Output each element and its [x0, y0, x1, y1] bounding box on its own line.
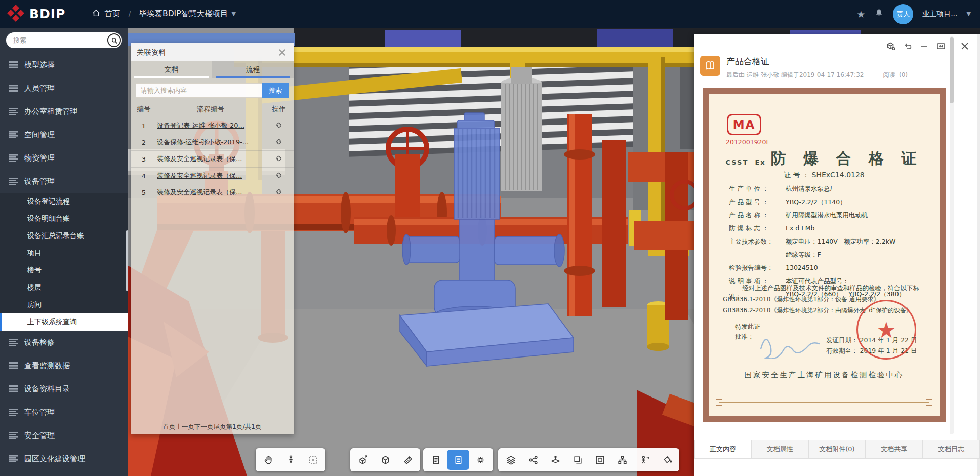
pan-hand-button[interactable]	[257, 450, 279, 470]
sidebar-item-park-culture[interactable]: 园区文化建设管理	[0, 447, 128, 470]
sidebar-item-office-lease[interactable]: 办公室租赁管理	[0, 100, 128, 123]
share-nodes-icon	[528, 455, 539, 465]
cube-explode-button[interactable]	[352, 450, 374, 470]
panel-close-button[interactable]	[276, 47, 288, 58]
submenu-item-room[interactable]: 房间	[0, 296, 128, 313]
sidebar-search-input[interactable]	[13, 36, 104, 44]
sidebar-item-materials[interactable]: 物资管理	[0, 146, 128, 170]
document-scrollbar-thumb[interactable]	[950, 37, 954, 103]
copy-duplicate-button[interactable]	[566, 450, 589, 470]
avatar[interactable]: 责人	[893, 4, 913, 24]
sidebar-scrollbar[interactable]	[126, 230, 128, 291]
star-icon[interactable]: ★	[856, 9, 865, 20]
submenu-item-project[interactable]: 项目	[0, 245, 128, 262]
tab-documents[interactable]: 文档	[131, 61, 212, 78]
fit-width-icon	[936, 41, 946, 51]
link-icon[interactable]	[275, 171, 283, 179]
settings-gear-button[interactable]	[469, 450, 492, 470]
submenu-item-floor[interactable]: 楼层	[0, 279, 128, 296]
link-icon[interactable]	[275, 154, 283, 163]
tab-doc-content[interactable]: 正文内容	[694, 440, 752, 458]
doc-panel-button[interactable]	[447, 450, 469, 470]
sidebar-item-monitor-data[interactable]: 查看监测数据	[0, 354, 128, 377]
certificate-org: 国家安全生产上海矿用设备检测检验中心	[709, 370, 940, 380]
table-row: 1 设备登记表-运维-张小敬-20...	[131, 117, 294, 134]
model-locate-button[interactable]	[885, 41, 896, 52]
share-nodes-button[interactable]	[522, 450, 544, 470]
chevron-down-icon: ▼	[232, 11, 236, 17]
page-prev[interactable]: 上一页	[175, 423, 194, 430]
box-select-button[interactable]	[302, 450, 324, 470]
table-row: 4 装修及安全巡视记录表（保...	[131, 168, 294, 184]
panel-search-button[interactable]: 搜索	[262, 83, 289, 98]
table-header: 编号 流程编号 操作	[131, 101, 294, 117]
page-info: 第1页/共1页	[226, 423, 261, 430]
person-nav-button[interactable]	[633, 450, 656, 470]
measure-ruler-button[interactable]	[396, 450, 419, 470]
table-row: 5 装修及安全巡视记录表（保...	[131, 184, 294, 201]
submenu-item-building[interactable]: 楼号	[0, 262, 128, 279]
breadcrumb-separator: /	[128, 10, 131, 19]
sidebar-item-parking[interactable]: 车位管理	[0, 401, 128, 424]
submenu-item-system-hierarchy-query[interactable]: 上下级系统查询	[0, 313, 128, 331]
submenu-item-equip-detail-ledger[interactable]: 设备明细台账	[0, 210, 128, 227]
walk-person-button[interactable]	[279, 450, 302, 470]
search-icon[interactable]	[107, 33, 121, 47]
tab-doc-properties[interactable]: 文档属性	[752, 440, 809, 458]
sidebar-item-equipment[interactable]: 设备管理	[0, 170, 128, 193]
flow-link[interactable]: 装修及安全巡视记录表（保...	[157, 154, 264, 164]
submenu-item-equip-register-flow[interactable]: 设备登记流程	[0, 193, 128, 210]
panel-scrollbar[interactable]	[977, 34, 980, 476]
sitemap-tree-button[interactable]	[611, 450, 633, 470]
bell-icon[interactable]	[874, 8, 884, 20]
link-icon[interactable]	[275, 121, 283, 129]
layer-pin-button[interactable]	[544, 450, 566, 470]
sidebar-item-safety[interactable]: 安全管理	[0, 424, 128, 447]
panel-title: 关联资料	[137, 48, 166, 57]
page-first[interactable]: 首页	[162, 423, 175, 430]
sitemap-icon	[617, 455, 628, 465]
page-last[interactable]: 尾页	[213, 423, 226, 430]
tab-workflows[interactable]: 流程	[212, 61, 294, 78]
toolbar-group-documents	[423, 448, 493, 471]
tab-doc-log[interactable]: 文档日志	[923, 440, 980, 458]
nav-home[interactable]: 首页	[92, 9, 120, 20]
doc-edit-icon	[431, 455, 441, 465]
sidebar-item-model-select[interactable]: 模型选择	[0, 53, 128, 76]
tab-doc-share[interactable]: 文档共享	[866, 440, 923, 458]
certificate-number: 证 号 ： SHExC14.0128	[709, 171, 940, 180]
page-next[interactable]: 下一页	[194, 423, 214, 430]
boxed-cube-button[interactable]	[589, 450, 611, 470]
doc-edit-button[interactable]	[425, 450, 447, 470]
breadcrumb-project[interactable]: 毕埃慕BDIP智慧大楼项目 ▼	[139, 9, 236, 19]
pan-hand-icon	[263, 455, 274, 465]
flow-link[interactable]: 装修及安全巡视记录表（保...	[157, 171, 264, 180]
panel-search-input[interactable]	[136, 83, 262, 98]
sidebar-item-equip-overhaul[interactable]: 设备检修	[0, 331, 128, 354]
user-chevron-down-icon[interactable]: ▼	[967, 11, 971, 17]
submenu-item-equip-summary-ledger[interactable]: 设备汇总记录台账	[0, 227, 128, 245]
close-icon	[960, 41, 970, 51]
cube-view-button[interactable]	[374, 450, 396, 470]
link-icon[interactable]	[275, 138, 283, 146]
cma-code: 2012001920L	[726, 138, 770, 146]
doc-close-button[interactable]	[959, 41, 970, 52]
flow-link[interactable]: 设备登记表-运维-张小敬-20...	[157, 121, 264, 130]
tab-doc-attachments[interactable]: 文档附件(0)	[809, 440, 866, 458]
flow-link[interactable]: 设备保修-运维-张小敬-2019-...	[157, 138, 264, 147]
link-icon[interactable]	[275, 188, 283, 196]
sidebar-item-equip-docs[interactable]: 设备资料目录	[0, 377, 128, 401]
flow-link[interactable]: 装修及安全巡视记录表（保...	[157, 188, 264, 197]
undo-button[interactable]	[902, 41, 913, 52]
minimize-button[interactable]	[919, 41, 930, 52]
sidebar-item-space[interactable]: 空间管理	[0, 123, 128, 146]
sidebar-search[interactable]	[6, 32, 122, 48]
sidebar-item-personnel[interactable]: 人员管理	[0, 76, 128, 100]
bdip-logo[interactable]: BDIP	[7, 5, 65, 24]
paint-bucket-icon	[662, 455, 672, 465]
minimize-icon	[919, 41, 929, 51]
paint-bucket-button[interactable]	[656, 450, 678, 470]
fit-width-button[interactable]	[935, 41, 947, 52]
walk-person-icon	[285, 455, 296, 465]
layer-stack-button[interactable]	[500, 450, 522, 470]
